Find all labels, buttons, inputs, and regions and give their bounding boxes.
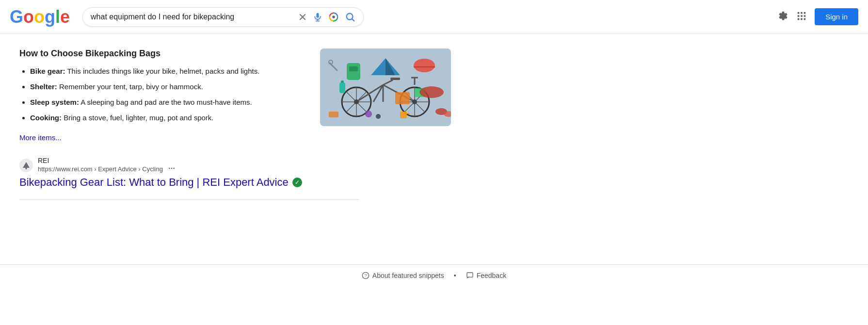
search-bar-icons [298, 12, 355, 22]
svg-rect-10 [798, 15, 800, 17]
list-item-text-4: Bring a stove, fuel, lighter, mug, pot a… [64, 114, 213, 122]
svg-rect-41 [341, 81, 344, 83]
logo-letter-e: e [60, 7, 70, 27]
svg-line-6 [352, 19, 354, 21]
svg-rect-8 [801, 12, 803, 14]
svg-rect-15 [804, 18, 806, 20]
svg-point-52 [365, 111, 372, 117]
logo-letter-o2: o [34, 7, 45, 27]
svg-rect-35 [395, 92, 410, 104]
svg-marker-57 [23, 162, 30, 168]
svg-point-53 [376, 114, 381, 119]
list-item-label-4: Cooking: [30, 114, 62, 122]
svg-rect-47 [349, 66, 358, 71]
svg-rect-40 [339, 82, 345, 93]
result-title-link[interactable]: Bikepacking Gear List: What to Bring | R… [19, 176, 349, 190]
list-item: Sleep system: A sleeping bag and pad are… [30, 97, 301, 108]
about-snippets-link[interactable]: ? About featured snippets [362, 272, 444, 279]
svg-rect-14 [801, 18, 803, 20]
list-item-text-2: Remember your tent, tarp, bivy or hammoc… [59, 82, 203, 91]
list-item: Bike gear: This includes things like you… [30, 65, 301, 77]
list-item-label-3: Sleep system: [30, 98, 79, 106]
svg-rect-46 [347, 63, 360, 80]
search-result: REI https://www.rei.com › Expert Advice … [19, 157, 349, 190]
svg-rect-9 [804, 12, 806, 14]
svg-rect-64 [467, 273, 473, 277]
snippet-text-content: How to Choose Bikepacking Bags Bike gear… [19, 49, 301, 142]
header-right: Sign in [778, 8, 858, 25]
list-item: Shelter: Remember your tent, tarp, bivy … [30, 81, 301, 93]
svg-point-55 [354, 99, 359, 104]
list-item-text-3: A sleeping bag and pad are the two must-… [80, 98, 252, 106]
mic-button[interactable] [313, 12, 322, 22]
svg-rect-50 [400, 112, 407, 118]
svg-rect-11 [801, 15, 803, 17]
snippet-list: Bike gear: This includes things like you… [19, 65, 301, 124]
svg-point-61 [173, 168, 175, 169]
result-title-text: Bikepacking Gear List: What to Bring | R… [19, 176, 289, 190]
svg-rect-54 [329, 112, 338, 117]
dot-separator: • [454, 272, 456, 279]
settings-button[interactable] [778, 11, 788, 23]
result-favicon [19, 159, 33, 172]
svg-point-60 [171, 168, 173, 169]
svg-point-44 [414, 59, 435, 72]
list-item-label-1: Bike gear: [30, 67, 65, 75]
clear-button[interactable] [298, 13, 307, 21]
more-items-link[interactable]: More items... [19, 133, 62, 142]
logo-letter-g2: g [45, 7, 55, 27]
svg-point-56 [412, 99, 417, 104]
list-item: Cooking: Bring a stove, fuel, lighter, m… [30, 112, 301, 124]
featured-snippet: How to Choose Bikepacking Bags Bike gear… [19, 49, 456, 142]
svg-text:?: ? [365, 273, 367, 278]
feedback-icon [466, 272, 474, 279]
logo-letter-o1: o [23, 7, 34, 27]
list-item-label-2: Shelter: [30, 82, 57, 91]
search-input[interactable] [91, 13, 293, 21]
result-url-text: https://www.rei.com › Expert Advice › Cy… [38, 165, 163, 173]
snippet-title: How to Choose Bikepacking Bags [19, 49, 301, 59]
svg-point-59 [169, 168, 170, 169]
feedback-link[interactable]: Feedback [466, 272, 506, 279]
result-url: https://www.rei.com › Expert Advice › Cy… [38, 164, 176, 174]
svg-rect-7 [798, 12, 800, 14]
svg-rect-0 [317, 13, 319, 17]
help-icon: ? [362, 272, 370, 279]
header: G o o g l e [0, 0, 868, 34]
svg-rect-12 [804, 15, 806, 17]
logo-letter-g: G [10, 7, 23, 27]
svg-rect-58 [26, 168, 27, 169]
main-content: How to Choose Bikepacking Bags Bike gear… [0, 34, 868, 286]
about-snippets-label: About featured snippets [372, 272, 444, 279]
logo-letter-l: l [55, 7, 60, 27]
result-more-options-button[interactable] [168, 164, 176, 174]
list-item-text-1: This includes things like your bike, hel… [67, 67, 259, 75]
result-site-info: REI https://www.rei.com › Expert Advice … [38, 157, 176, 174]
result-source: REI https://www.rei.com › Expert Advice … [19, 157, 349, 174]
svg-rect-13 [798, 18, 800, 20]
svg-rect-34 [390, 78, 400, 80]
google-lens-button[interactable] [328, 12, 339, 22]
result-site-name: REI [38, 157, 176, 164]
bottom-bar: ? About featured snippets • Feedback [0, 264, 868, 286]
apps-button[interactable] [796, 11, 807, 23]
google-logo: G o o g l e [10, 7, 70, 27]
sign-in-button[interactable]: Sign in [815, 8, 858, 25]
feedback-label: Feedback [477, 272, 506, 279]
divider [19, 199, 359, 200]
search-submit-button[interactable] [345, 12, 355, 22]
svg-point-4 [332, 16, 335, 18]
svg-point-39 [419, 86, 444, 98]
snippet-image [320, 49, 451, 126]
verified-badge: ✓ [292, 178, 302, 187]
search-bar [82, 7, 364, 27]
